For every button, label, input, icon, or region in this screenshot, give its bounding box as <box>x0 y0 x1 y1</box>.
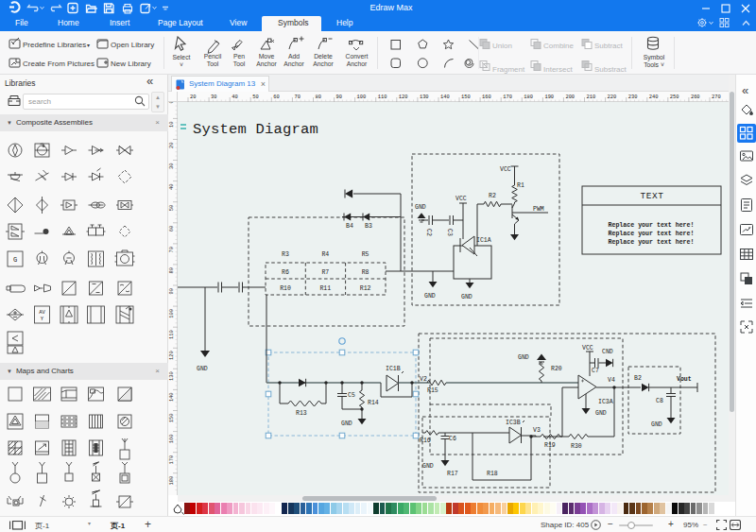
svg-text:IC1A: IC1A <box>476 237 491 244</box>
svg-text:R17: R17 <box>447 471 458 477</box>
svg-text:Replace your text here!: Replace your text here! <box>608 231 694 237</box>
svg-text:PWM: PWM <box>533 206 544 213</box>
svg-text:Replace your text here!: Replace your text here! <box>608 239 694 246</box>
svg-text:40: 40 <box>169 184 175 190</box>
svg-text:C3: C3 <box>446 229 453 236</box>
svg-text:240: 240 <box>649 94 659 100</box>
svg-text:170: 170 <box>503 94 512 100</box>
svg-text:R12: R12 <box>360 285 371 292</box>
svg-text:VCC: VCC <box>582 345 593 352</box>
svg-text:GND: GND <box>415 204 426 211</box>
svg-text:GND: GND <box>341 420 352 427</box>
svg-text:GND: GND <box>424 293 436 300</box>
svg-text:10: 10 <box>169 121 175 127</box>
svg-text:20: 20 <box>190 94 196 100</box>
svg-text:GND: GND <box>595 410 607 417</box>
svg-text:AV: AV <box>39 309 45 316</box>
svg-text:R1: R1 <box>517 182 524 189</box>
svg-text:230: 230 <box>628 94 638 100</box>
svg-text:70: 70 <box>169 247 175 252</box>
svg-text:110: 110 <box>169 330 175 339</box>
svg-text:250: 250 <box>670 94 679 100</box>
svg-text:20: 20 <box>169 143 175 148</box>
svg-text:IC1B: IC1B <box>386 366 401 372</box>
svg-text:R30: R30 <box>571 443 582 450</box>
svg-text:270: 270 <box>712 94 721 100</box>
svg-text:220: 220 <box>608 94 617 100</box>
svg-text:R18: R18 <box>487 471 498 477</box>
svg-text:180: 180 <box>169 476 175 486</box>
svg-text:GND: GND <box>197 366 208 372</box>
svg-text:GND: GND <box>422 463 434 470</box>
svg-text:130: 130 <box>169 371 175 381</box>
svg-text:VCC: VCC <box>455 196 467 202</box>
svg-text:100: 100 <box>357 94 367 100</box>
svg-text:210: 210 <box>587 94 596 100</box>
svg-text:60: 60 <box>169 226 175 232</box>
svg-text:120: 120 <box>399 94 408 100</box>
svg-text:CND: CND <box>602 349 613 355</box>
svg-text:Replace your text here!: Replace your text here! <box>608 222 694 229</box>
svg-text:50: 50 <box>169 205 175 211</box>
svg-text:140: 140 <box>440 94 450 100</box>
svg-text:50: 50 <box>252 94 258 100</box>
svg-text:60: 60 <box>273 94 279 100</box>
svg-text:R4: R4 <box>321 251 329 258</box>
svg-text:R7: R7 <box>321 269 329 276</box>
svg-text:110: 110 <box>378 94 387 100</box>
svg-text:IC3B: IC3B <box>506 420 521 426</box>
svg-text:80: 80 <box>169 267 175 273</box>
svg-text:V3: V3 <box>533 427 541 434</box>
svg-text:R5: R5 <box>362 251 369 258</box>
svg-text:R8: R8 <box>362 269 369 276</box>
svg-text:30: 30 <box>211 94 216 100</box>
svg-text:130: 130 <box>420 94 429 100</box>
svg-text:40: 40 <box>232 94 237 100</box>
svg-text:V4: V4 <box>608 377 615 384</box>
svg-text:R16: R16 <box>420 438 431 444</box>
svg-text:160: 160 <box>169 435 175 444</box>
svg-text:160: 160 <box>482 94 491 100</box>
svg-text:R14: R14 <box>368 400 379 406</box>
svg-text:Y: Y <box>41 316 44 322</box>
svg-text:190: 190 <box>544 94 554 100</box>
svg-text:150: 150 <box>461 94 471 100</box>
svg-text:R2: R2 <box>489 193 496 199</box>
svg-text:R15: R15 <box>427 387 438 394</box>
svg-text:B2: B2 <box>634 375 642 382</box>
svg-text:70: 70 <box>294 94 300 100</box>
svg-text:100: 100 <box>169 309 175 318</box>
svg-text:VCC: VCC <box>500 166 511 173</box>
svg-text:80: 80 <box>316 94 321 100</box>
svg-text:C5: C5 <box>348 392 355 399</box>
svg-text:R13: R13 <box>296 410 307 417</box>
svg-text:G: G <box>13 256 17 264</box>
svg-text:System Diagram: System Diagram <box>193 121 318 138</box>
svg-text:GND: GND <box>461 294 472 300</box>
svg-text:B4: B4 <box>346 223 353 230</box>
svg-text:B3: B3 <box>365 223 372 230</box>
svg-text:R19: R19 <box>544 442 556 449</box>
svg-text:90: 90 <box>169 288 175 294</box>
svg-text:R20: R20 <box>551 366 562 372</box>
svg-text:R10: R10 <box>280 285 291 292</box>
svg-text:GND: GND <box>651 421 662 428</box>
svg-text:C6: C6 <box>449 436 456 442</box>
svg-text:260: 260 <box>691 94 700 100</box>
svg-text:TEXT: TEXT <box>641 191 664 201</box>
svg-text:170: 170 <box>169 455 175 465</box>
svg-text:30: 30 <box>169 163 175 169</box>
svg-text:R3: R3 <box>282 251 289 258</box>
svg-text:R11: R11 <box>319 285 331 292</box>
svg-text:IC3A: IC3A <box>598 399 613 405</box>
svg-text:90: 90 <box>336 94 342 100</box>
svg-text:120: 120 <box>169 351 175 360</box>
svg-text:R6: R6 <box>282 269 289 276</box>
svg-text:150: 150 <box>169 414 175 423</box>
svg-text:C7: C7 <box>592 368 599 374</box>
svg-text:180: 180 <box>524 94 533 100</box>
svg-text:C2: C2 <box>425 229 432 236</box>
svg-text:C8: C8 <box>656 398 663 404</box>
svg-text:200: 200 <box>565 94 575 100</box>
svg-text:140: 140 <box>169 392 175 402</box>
